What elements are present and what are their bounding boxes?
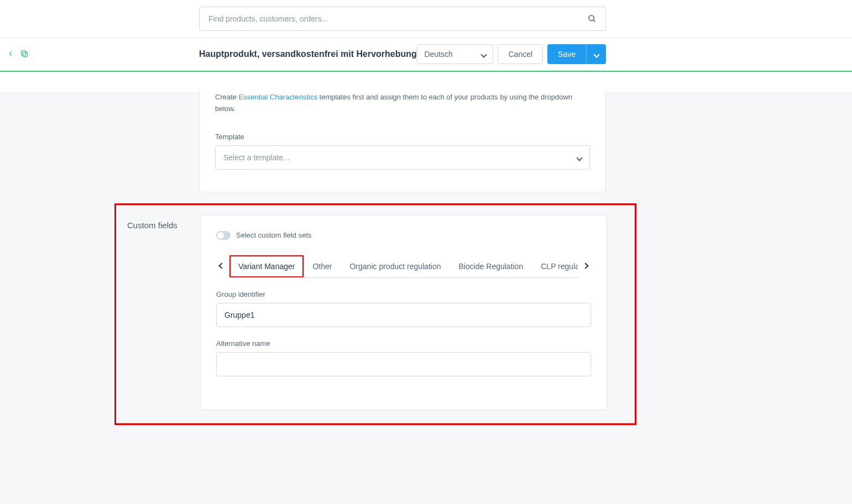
svg-line-1 [593,20,595,22]
template-select[interactable]: Select a template... [215,145,590,170]
essential-characteristics-card: Create Essential Characteristics templat… [199,92,606,192]
svg-point-0 [589,15,594,20]
save-button[interactable]: Save [547,44,586,64]
top-search-bar [0,0,852,38]
svg-rect-3 [22,50,26,55]
custom-fields-highlight: Custom fields Select custom field sets V… [114,203,636,425]
tab-biocide-regulation[interactable]: Biocide Regulation [449,255,532,277]
cancel-button[interactable]: Cancel [498,44,543,64]
page-title: Hauptprodukt, versandkostenfrei mit Herv… [199,49,417,59]
alternative-name-label: Alternative name [216,339,591,348]
template-placeholder: Select a template... [223,153,290,162]
back-icon[interactable] [7,50,14,59]
essential-characteristics-desc: Create Essential Characteristics templat… [215,92,590,115]
search-input[interactable] [208,14,588,23]
group-identifier-input[interactable] [216,303,591,327]
tab-clp-regulation[interactable]: CLP regulat [532,255,578,277]
tab-other[interactable]: Other [304,255,341,277]
search-icon[interactable] [588,14,597,23]
copy-icon[interactable] [20,49,29,60]
tab-variant-manager[interactable]: Variant Manager [229,255,304,277]
chevron-down-icon [594,50,599,59]
save-dropdown[interactable] [586,44,606,64]
global-search[interactable] [199,7,606,31]
template-label: Template [215,133,590,141]
page-body: Create Essential Characteristics templat… [0,92,852,504]
language-select[interactable]: Deutsch [417,44,493,64]
tabs-scroll-right[interactable] [580,265,591,268]
custom-fields-card: Select custom field sets Variant Manager… [200,215,607,410]
group-identifier-label: Group identifier [216,290,591,298]
essential-characteristics-link[interactable]: Essential Characteristics [239,93,317,101]
action-bar: Hauptprodukt, versandkostenfrei mit Herv… [0,38,852,72]
custom-field-tabs: Variant Manager Other Organic product re… [216,255,591,278]
language-value: Deutsch [424,50,452,59]
tab-organic-product-regulation[interactable]: Organic product regulation [341,255,449,277]
tabs-scroll-left[interactable] [216,265,227,268]
alternative-name-input[interactable] [216,352,591,376]
select-custom-field-sets-label: Select custom field sets [236,231,312,239]
select-custom-field-sets-toggle[interactable] [216,231,231,240]
chevron-down-icon [482,50,486,59]
svg-rect-2 [23,52,27,56]
desc-prefix: Create [215,93,239,101]
custom-fields-section-title: Custom fields [127,221,177,230]
chevron-down-icon [577,153,582,162]
